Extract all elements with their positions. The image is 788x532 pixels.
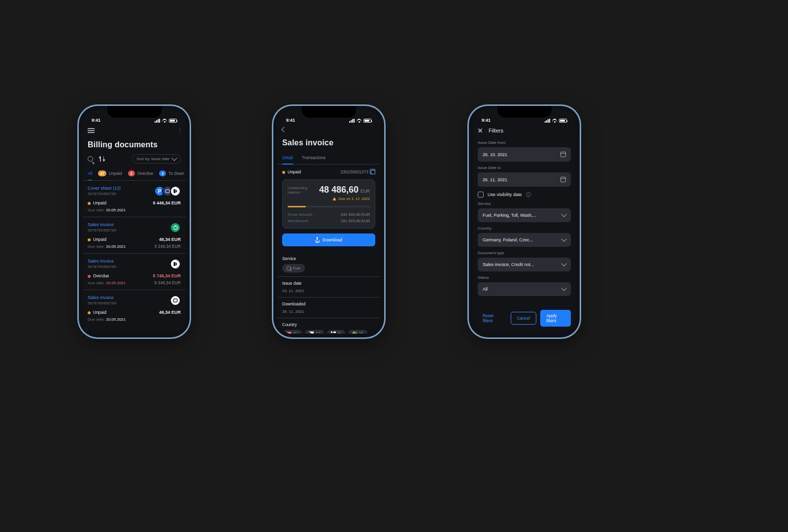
due-value: 20.05.2021 [106,208,126,212]
download-button[interactable]: Download [282,233,375,246]
page-title: Sales invoice [282,138,375,147]
sort-dropdown[interactable]: Sort by: Issue date [132,154,181,164]
phone-invoice-detail: 9:41 Sales invoice Detail Transactions U… [273,106,384,337]
service-icons [170,259,181,269]
doc-title: Sales invoice [88,222,116,227]
device-notch [497,106,552,118]
document-list: Cover sheet (12) 5678765456789 P [83,181,186,326]
issue-date-value: 23. 11. 2021 [282,289,375,293]
svg-rect-2 [176,190,177,192]
page-title: Filters [489,128,503,133]
net-label: Net amount [288,219,308,223]
flag-cz-icon [309,332,314,333]
tab-label: Transactions [302,155,326,160]
status-text: Overdue [93,273,109,278]
country-select[interactable]: Germany, Poland, Czec... [478,233,571,247]
tab-to-download[interactable]: 2 To down [159,167,184,180]
filter-icon[interactable] [99,156,105,162]
service-select[interactable]: Fuel, Parking, Toll, Wash,... [478,208,571,222]
signal-icon [349,119,355,123]
fuel-icon [170,259,181,269]
svg-rect-1 [174,189,176,193]
list-item[interactable]: Sales invoice 5678765456789 Overdue 5 74… [83,254,186,290]
amount-secondary: 3 246,34 EUR [155,244,181,249]
tab-detail[interactable]: Detail [282,152,293,164]
service-value: Fuel, Parking, Toll, Wash,... [483,213,536,218]
issue-to-input[interactable]: 26. 11. 2021 [478,172,571,187]
status-text: Unpaid [288,169,301,174]
close-icon[interactable] [478,128,483,133]
tab-badge: 2 [159,170,166,176]
gross-label: Gross amount [288,212,312,217]
apply-filters-button[interactable]: Apply filters [540,310,571,327]
status-time: 9:41 [286,118,295,123]
list-item[interactable]: Sales invoice 5678765456789 Unpaid 46,34… [83,217,186,254]
due-value: 20.05.2021 [106,244,126,249]
list-item[interactable]: Cover sheet (12) 5678765456789 P [83,181,186,217]
status-time: 9:41 [92,118,100,123]
issue-to-value: 26. 11. 2021 [483,177,507,182]
filter-actions: Reset filters Cancel Apply filters [478,310,571,327]
balance-progress [288,206,370,207]
svg-rect-0 [165,190,169,193]
doc-number: 5678765456789 [88,301,116,305]
more-icon[interactable] [179,128,181,133]
svg-rect-7 [173,299,177,302]
service-icons: P [154,186,181,197]
back-icon[interactable] [281,127,287,132]
reset-filters-button[interactable]: Reset filters [478,310,507,327]
net-value: 191 523,90 EUR [341,219,370,223]
service-label: Service [282,256,375,261]
status-dot [88,311,91,314]
doctype-value: Sales invoice, Credit not... [483,262,534,267]
filter-tabs: All 27 Unpaid 2 Overdue 2 To down [83,167,186,181]
tab-transactions[interactable]: Transactions [302,152,326,164]
country-label: Country [282,322,375,327]
country-chip: CZ [305,330,324,333]
menu-icon[interactable] [88,128,95,133]
visibility-checkbox[interactable] [478,192,484,198]
status-time: 9:41 [482,118,491,123]
doctype-select[interactable]: Sales invoice, Credit not... [478,258,571,271]
flag-se-icon [352,332,357,333]
phone-billing-list: 9:41 Billing documents Sort by: Issue da… [79,106,190,337]
list-item[interactable]: Sales invoice 5678765456789 Unpaid 46,34… [83,290,186,326]
tab-all[interactable]: All [88,167,92,180]
due-value: 20.05.2021 [106,281,126,285]
service-icon [170,222,181,233]
status-dot [282,171,285,174]
svg-rect-4 [175,225,176,226]
country-label: Country [478,226,571,231]
tab-label: All [88,171,92,176]
due-label: Due date: [88,208,105,212]
info-icon[interactable]: i [526,192,531,197]
search-icon[interactable] [88,156,93,162]
copy-icon[interactable] [371,170,375,174]
status-text: Unpaid [93,310,106,315]
calendar-icon [560,152,566,157]
fuel-icon [170,186,181,197]
cancel-button[interactable]: Cancel [511,312,536,325]
visibility-label: Use visibility date [488,192,522,197]
flag-fi-icon [331,332,336,333]
wifi-icon [552,119,557,123]
issue-from-label: Issue Date from [478,140,571,145]
doc-title: Sales invoice [88,259,116,264]
doctype-label: Document type [478,251,571,255]
doc-number: 5678765456789 [88,265,116,269]
doc-title: Sales invoice [88,295,116,300]
status-label: Status [478,275,571,280]
chevron-down-icon [561,261,566,266]
invoice-number: 235235631373 [340,169,368,174]
tab-unpaid[interactable]: 27 Unpaid [98,167,122,180]
signal-icon [155,119,160,123]
amount: 6 446,34 EUR [153,200,181,205]
device-notch [107,106,162,118]
status-select[interactable]: All [478,282,571,296]
tab-overdue[interactable]: 2 Overdue [128,167,154,180]
svg-rect-3 [174,226,177,230]
due-value: 20.05.2021 [106,317,126,322]
calendar-icon [560,177,566,182]
issue-from-input[interactable]: 26. 10. 2021 [478,147,571,162]
amount: 46,34 EUR [159,310,181,315]
